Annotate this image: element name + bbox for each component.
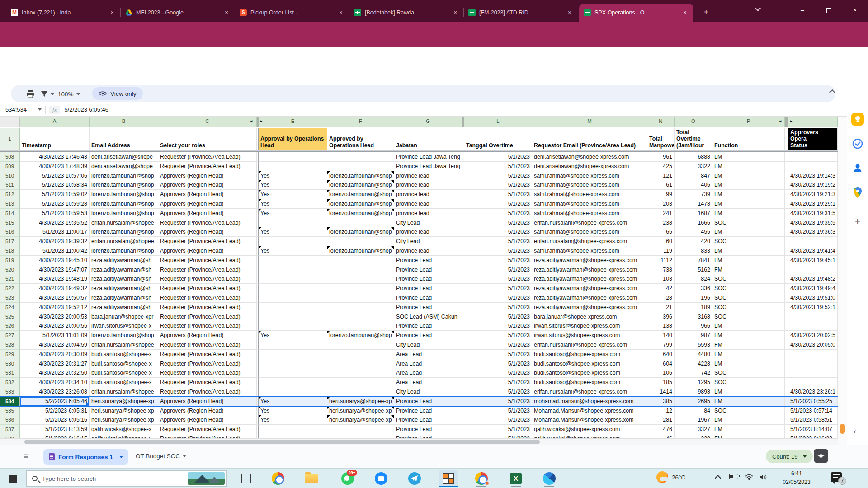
cell[interactable]: 4/30/2023 19:49:32 — [20, 284, 90, 293]
cell[interactable]: Province Lead — [394, 265, 462, 275]
cell[interactable]: 739 — [675, 190, 712, 199]
view-only-badge[interactable]: View only — [92, 87, 143, 100]
cell[interactable]: 5/1/2023 — [464, 397, 532, 406]
cell[interactable]: City Lead — [394, 237, 462, 246]
cell[interactable]: 28 — [647, 293, 675, 303]
freeze-divider[interactable] — [0, 150, 838, 152]
cell[interactable]: reza.aditiyawarman@shopee-xpress.com — [532, 274, 647, 284]
hidden-column-right-arrow-icon[interactable]: ► — [789, 119, 793, 123]
cell[interactable]: FM — [712, 162, 785, 171]
cell[interactable]: deni.arisetiawan@shopee-xpress.com — [532, 162, 647, 171]
row-number[interactable]: 534 — [0, 397, 20, 406]
cell[interactable] — [327, 265, 394, 275]
row-number[interactable]: 520 — [0, 265, 20, 275]
window-minimize-button[interactable]: – — [789, 0, 816, 20]
whatsapp-icon[interactable]: 99+ — [341, 472, 354, 485]
cell[interactable]: heri.sunarya@shopee-xp — [327, 406, 394, 416]
cell[interactable] — [327, 321, 394, 331]
cell[interactable]: 42 — [647, 284, 675, 293]
cell[interactable]: reza.aditiyawarman@sh — [90, 256, 158, 265]
cell[interactable]: reza.aditiyawarman@sh — [90, 274, 158, 284]
row-number[interactable]: 516 — [0, 227, 20, 237]
cell[interactable]: Yes — [259, 331, 327, 340]
cell[interactable]: Province Lead — [394, 293, 462, 303]
cell[interactable]: Requester (Province/Area Lead) — [158, 425, 257, 434]
cell[interactable]: FM — [712, 340, 785, 350]
row-number[interactable]: 538 — [0, 434, 20, 438]
cell[interactable]: budi.santoso@shopee-xpress.com — [532, 350, 647, 359]
cell[interactable]: 5162 — [675, 265, 712, 275]
cell[interactable]: Yes — [259, 190, 327, 199]
cell[interactable]: Province Lead — [394, 331, 462, 340]
cell[interactable]: 140 — [647, 331, 675, 340]
cell[interactable]: lorenzo.tambunan@shop — [327, 246, 394, 256]
cell[interactable]: 121 — [647, 171, 675, 181]
cell[interactable]: Approvers (Region Head) — [158, 199, 257, 209]
cell[interactable] — [785, 265, 788, 275]
cell[interactable]: lorenzo.tambunan@shop — [90, 227, 158, 237]
tab-close-icon[interactable]: × — [566, 9, 574, 17]
cell[interactable]: erifan.nursalam@shopee-xpress.com — [532, 387, 647, 397]
cell[interactable]: 5/1/2023 — [464, 274, 532, 284]
cell[interactable]: Approvers (Region Head) — [158, 227, 257, 237]
cell[interactable]: 4/30/2023 20:00:55 — [20, 321, 90, 331]
cell[interactable]: 4/30/2023 19:47:07 — [20, 265, 90, 275]
tab-close-icon[interactable]: × — [337, 9, 345, 17]
cell[interactable]: 4/30/2023 20:04:59 — [20, 340, 90, 350]
cell[interactable]: 4/30/2023 19:21:3 — [788, 190, 838, 199]
cell[interactable] — [785, 321, 788, 331]
cell[interactable]: deni.arisetiawan@shope — [90, 152, 158, 162]
cell[interactable]: 4/30/2023 19:45:10 — [20, 256, 90, 265]
cell[interactable]: 4/30/2023 20:00:53 — [20, 312, 90, 322]
cell[interactable]: SOC — [712, 378, 785, 387]
cell[interactable]: 385 — [647, 397, 675, 406]
contacts-icon[interactable] — [851, 162, 864, 174]
cell[interactable] — [785, 218, 788, 228]
active-app-icon[interactable] — [439, 470, 458, 487]
cell[interactable]: heri.sunarya@shopee-xp — [327, 415, 394, 425]
cell[interactable]: Mohamad.Mansur@shopee-xpress.com — [532, 406, 647, 416]
cell[interactable]: 336 — [675, 284, 712, 293]
cell[interactable]: SOC Lead (ASM) Cakun — [394, 312, 462, 322]
cell[interactable]: Approvers (Region Head) — [158, 209, 257, 218]
cell[interactable]: Requester (Province/Area Lead) — [158, 321, 257, 331]
cell[interactable]: reza.aditiyawarman@shopee-xpress.com — [532, 256, 647, 265]
cell[interactable]: 396 — [647, 312, 675, 322]
cell[interactable]: Requester (Province/Area Lead) — [158, 303, 257, 312]
cell[interactable]: 5/1/2023 0:58:51 — [788, 415, 838, 425]
window-maximize-button[interactable] — [816, 0, 842, 20]
cell[interactable]: 4/30/2023 20:34:10 — [20, 378, 90, 387]
cell[interactable]: 604 — [647, 359, 675, 369]
cell[interactable]: 4/30/2023 19:14:3 — [788, 171, 838, 181]
cell[interactable]: bara.januar@shopee-xpress.com — [532, 312, 647, 322]
cell[interactable]: 4/30/2023 19:48:2 — [788, 274, 838, 284]
row-number[interactable]: 535 — [0, 406, 20, 416]
cell[interactable] — [259, 256, 327, 265]
cell[interactable]: SOC — [712, 274, 785, 284]
cell[interactable]: FM — [712, 434, 785, 438]
cell[interactable]: 4228 — [675, 359, 712, 369]
cell[interactable]: 5/1/2023 — [464, 387, 532, 397]
cell[interactable]: 1112 — [647, 256, 675, 265]
cell[interactable] — [259, 218, 327, 228]
cell[interactable]: safril.rahmat@shopee-xpress.com — [532, 227, 647, 237]
cell[interactable]: 4/30/2023 19:45:1 — [788, 256, 838, 265]
cell[interactable]: lorenzo.tambunan@shop — [90, 209, 158, 218]
cell[interactable]: 189 — [675, 303, 712, 312]
row-number[interactable]: 536 — [0, 415, 20, 425]
hidden-column-left-arrow-icon[interactable]: ◄ — [778, 119, 782, 123]
row-number[interactable]: 515 — [0, 218, 20, 228]
cell[interactable]: 4/30/2023 19:52:12 — [20, 303, 90, 312]
cell[interactable] — [788, 378, 838, 387]
cell[interactable]: 5/1/2023 — [464, 359, 532, 369]
cell[interactable] — [327, 256, 394, 265]
cell[interactable]: 46 — [647, 434, 675, 438]
clock-widget[interactable]: 6:41 02/05/2023 — [774, 469, 819, 487]
cell[interactable] — [785, 378, 788, 387]
cell[interactable]: 4480 — [675, 350, 712, 359]
cell[interactable]: Requester (Province/Area Lead) — [158, 387, 257, 397]
cell[interactable]: 5/1/2023 — [464, 171, 532, 181]
cell[interactable]: Requester (Province/Area Lead) — [158, 162, 257, 171]
row-number[interactable]: 521 — [0, 274, 20, 284]
cell[interactable]: 5/1/2023 — [464, 321, 532, 331]
